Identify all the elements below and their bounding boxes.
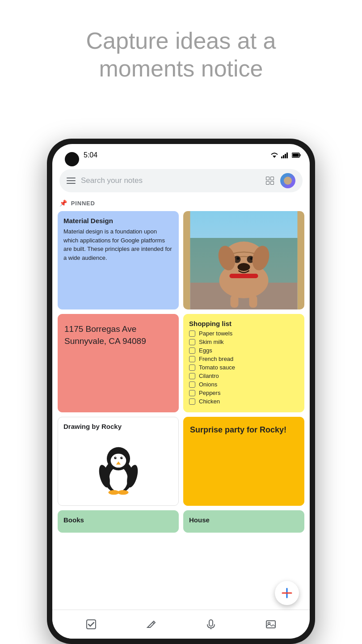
svg-point-24 xyxy=(109,467,128,491)
signal-icon xyxy=(281,152,289,158)
list-item: Peppers xyxy=(189,390,299,396)
svg-point-32 xyxy=(121,457,122,458)
status-bar: 5:04 xyxy=(52,144,310,165)
svg-point-26 xyxy=(110,453,126,467)
svg-point-30 xyxy=(120,457,122,459)
note-material-design[interactable]: Material Design Material design is a fou… xyxy=(58,211,179,309)
svg-marker-0 xyxy=(273,156,276,158)
list-item: Eggs xyxy=(189,347,299,354)
note-address[interactable]: 1175 Borregas Ave Sunnyvale, CA 94089 xyxy=(58,314,179,412)
note-books[interactable]: Books xyxy=(58,510,179,533)
pin-icon: 📌 xyxy=(59,199,67,207)
bottom-toolbar xyxy=(52,610,310,639)
page-background: Capture ideas at a moments notice 5:04 xyxy=(0,0,362,96)
hamburger-icon[interactable] xyxy=(67,178,76,184)
svg-point-37 xyxy=(118,490,128,495)
avatar[interactable] xyxy=(280,173,295,188)
toolbar-checkbox[interactable] xyxy=(85,619,97,630)
toolbar-microphone[interactable] xyxy=(205,619,217,630)
notes-grid: Material Design Material design is a fou… xyxy=(52,211,310,533)
svg-rect-2 xyxy=(283,155,284,158)
note-title: Drawing by Rocky xyxy=(63,423,173,430)
list-item: Tomato sauce xyxy=(189,364,299,371)
view-toggle-icon[interactable] xyxy=(266,177,274,185)
note-dog-photo[interactable] xyxy=(183,211,304,309)
svg-point-16 xyxy=(250,257,253,260)
penguin-drawing xyxy=(63,433,173,500)
plus-icon xyxy=(281,587,293,599)
svg-point-29 xyxy=(114,457,116,459)
page-header: Capture ideas at a moments notice xyxy=(0,0,362,96)
list-item: Paper towels xyxy=(189,330,299,337)
fab-button[interactable] xyxy=(275,581,299,605)
list-item: French bread xyxy=(189,356,299,362)
svg-rect-21 xyxy=(231,295,239,308)
list-item: Onions xyxy=(189,381,299,388)
list-item: Skim milk xyxy=(189,339,299,345)
status-icons xyxy=(270,152,301,158)
svg-line-41 xyxy=(152,622,154,623)
svg-rect-22 xyxy=(249,295,257,308)
svg-rect-1 xyxy=(281,157,282,158)
checklist: Paper towels Skim milk Eggs French bread… xyxy=(189,330,299,405)
svg-point-17 xyxy=(238,263,250,271)
svg-rect-4 xyxy=(286,153,288,158)
svg-point-31 xyxy=(115,457,116,458)
phone-frame: 5:04 xyxy=(47,139,315,644)
note-title: Surprise party for Rocky! xyxy=(190,425,298,435)
list-item: Cilantro xyxy=(189,373,299,379)
svg-rect-3 xyxy=(285,154,286,158)
svg-rect-7 xyxy=(293,154,299,157)
svg-rect-20 xyxy=(230,274,258,278)
svg-rect-42 xyxy=(209,620,213,626)
svg-rect-6 xyxy=(300,154,301,157)
search-bar[interactable]: Search your notes xyxy=(59,169,303,192)
search-placeholder: Search your notes xyxy=(81,176,266,185)
list-item: Chicken xyxy=(189,398,299,405)
status-time: 5:04 xyxy=(84,151,97,159)
pinned-section-label: 📌 PINNED xyxy=(52,198,310,211)
battery-icon xyxy=(292,153,301,158)
toolbar-pencil[interactable] xyxy=(145,619,157,630)
note-title: Material Design xyxy=(63,217,173,225)
note-drawing-rocky[interactable]: Drawing by Rocky xyxy=(58,417,179,506)
svg-point-36 xyxy=(108,490,119,495)
note-house[interactable]: House xyxy=(183,510,304,533)
svg-rect-44 xyxy=(266,621,275,628)
dog-illustration xyxy=(183,211,304,309)
note-body: Material design is a foundation upon whi… xyxy=(63,227,173,262)
note-title: House xyxy=(189,516,299,524)
note-surprise-party[interactable]: Surprise party for Rocky! xyxy=(183,417,304,506)
address-text: 1175 Borregas Ave Sunnyvale, CA 94089 xyxy=(64,323,172,347)
note-title: Books xyxy=(63,516,173,524)
note-title: Shopping list xyxy=(189,320,299,327)
toolbar-image[interactable] xyxy=(265,619,277,630)
wifi-icon xyxy=(270,152,278,158)
phone-screen: 5:04 xyxy=(52,144,310,639)
svg-point-15 xyxy=(237,257,240,260)
note-shopping-list[interactable]: Shopping list Paper towels Skim milk Egg… xyxy=(183,314,304,412)
camera-hole xyxy=(65,152,79,166)
